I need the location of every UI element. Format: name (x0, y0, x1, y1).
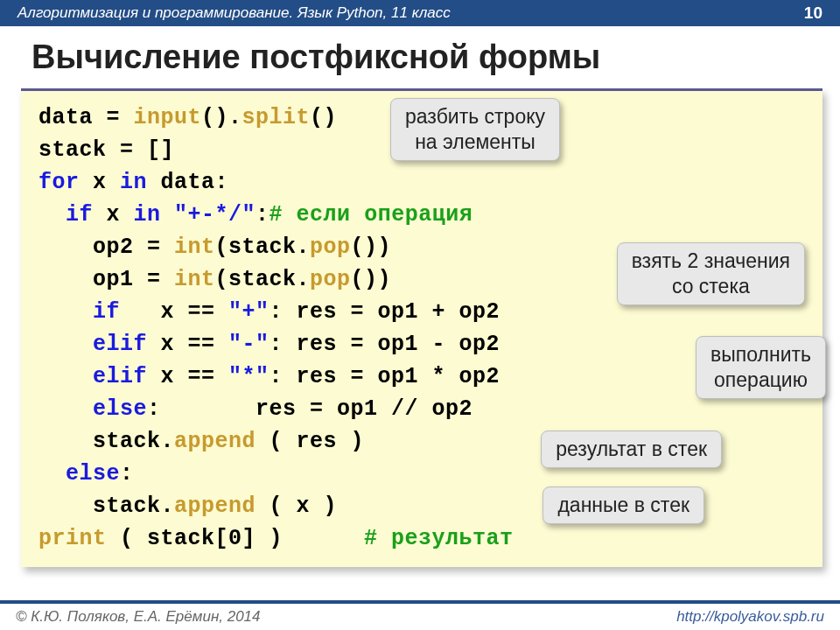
footer-url: http://kpolyakov.spb.ru (676, 608, 824, 626)
copyright: © К.Ю. Поляков, Е.А. Ерёмин, 2014 (16, 608, 261, 626)
callout-push-result: результат в стек (541, 430, 722, 468)
slide-title: Вычисление постфиксной формы (0, 26, 840, 88)
course-label: Алгоритмизация и программирование. Язык … (18, 4, 451, 22)
callout-execute: выполнитьоперацию (696, 336, 826, 399)
code-box: data = input().split() stack = [] for x … (21, 88, 822, 567)
callout-push-data: данные в стек (542, 486, 704, 524)
page-number: 10 (804, 4, 822, 23)
callout-split: разбить строкуна элементы (390, 98, 560, 161)
slide-footer: © К.Ю. Поляков, Е.А. Ерёмин, 2014 http:/… (0, 600, 840, 630)
callout-pop: взять 2 значениясо стека (617, 242, 805, 305)
slide-header: Алгоритмизация и программирование. Язык … (0, 0, 840, 26)
